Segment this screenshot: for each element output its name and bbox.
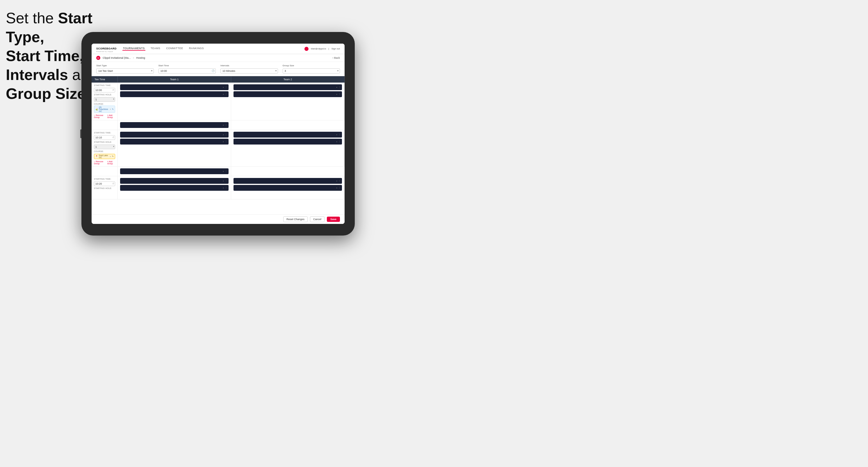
breadcrumb-section[interactable]: Hosting — [136, 56, 145, 59]
starting-hole-select-2[interactable]: 1 — [94, 145, 115, 149]
slot-dots-icon: ⋮ — [225, 141, 227, 143]
intervals-select-wrapper: 10 Minutes — [220, 68, 278, 73]
back-button[interactable]: Back — [332, 56, 340, 59]
starting-time-input-wrap-2 — [94, 134, 115, 140]
nav-links: TOURNAMENTS TEAMS COMMITTEE RANKINGS — [122, 47, 205, 51]
starting-time-input-2[interactable] — [94, 135, 115, 140]
cancel-button[interactable]: Cancel — [310, 216, 324, 222]
add-group-link-2[interactable]: + Add Group — [107, 160, 115, 164]
starting-time-input-3[interactable] — [94, 182, 115, 186]
slot-dots-icon: ⋮ — [339, 93, 341, 95]
user-email: blair@clippd.io — [311, 48, 326, 50]
table-body: STARTING TIME: STARTING HOLE: 1 COURSE: … — [92, 83, 345, 214]
slot-dots-icon: ⋮ — [225, 180, 227, 182]
slot-x-icon[interactable]: × — [223, 187, 224, 189]
course-tag-1: ⛳ (A) Peachtree GC × ✎ — [94, 105, 115, 113]
player-slot: × ⋮ — [120, 132, 228, 137]
start-time-input-wrapper — [158, 68, 216, 73]
intervals-select[interactable]: 10 Minutes — [220, 68, 278, 73]
group-size-input[interactable] — [283, 68, 340, 73]
breadcrumb-bar: C Clippd Invitational (Ma... › Hosting B… — [92, 54, 345, 62]
instruction-bold4: Group Size — [6, 85, 86, 102]
nav-committee[interactable]: COMMITTEE — [165, 47, 184, 51]
slot-x-icon[interactable]: × — [336, 86, 337, 88]
starting-hole-label-1: STARTING HOLE: — [94, 94, 115, 96]
slot-x-icon[interactable]: × — [336, 93, 337, 95]
slot-dots-icon: ⋮ — [339, 141, 341, 143]
group-size-label: Group Size — [283, 64, 340, 67]
starting-time-input-wrap-1 — [94, 87, 115, 92]
slot-x-icon[interactable]: × — [223, 86, 224, 88]
starting-time-input-1[interactable] — [94, 88, 115, 92]
slot-x-icon[interactable]: × — [336, 187, 337, 189]
slot-dots-icon: ⋮ — [339, 86, 341, 88]
team1-cell-1: × ⋮ × ⋮ — [118, 83, 231, 120]
starting-hole-wrap-1: 1 — [94, 96, 115, 102]
starting-time-label-2: STARTING TIME: — [94, 132, 115, 134]
pencil-icon-2[interactable]: ✎ — [112, 155, 114, 158]
slot-dots-icon: ⋮ — [339, 133, 341, 136]
player-slot: × ⋮ — [234, 139, 342, 145]
remove-group-link-1[interactable]: ○ Remove Group — [94, 114, 105, 118]
slot-x-icon[interactable]: × — [223, 180, 224, 182]
starting-hole-select-1[interactable]: 1 — [94, 97, 115, 102]
slot-x-icon[interactable]: × — [223, 93, 224, 95]
start-time-input[interactable] — [158, 68, 216, 73]
pipe-separator: | — [329, 48, 329, 50]
start-time-label: Start Time — [158, 64, 216, 67]
breadcrumb-tournament[interactable]: Clippd Invitational (Ma... — [103, 56, 131, 59]
logo: SCOREBOARD Powered by clippd — [96, 45, 117, 52]
course-name-2: East Lake GC — [99, 154, 109, 158]
table-header: Tee Time Team 1 Team 2 — [92, 76, 345, 83]
col-team2: Team 2 — [231, 76, 345, 83]
team2-empty-2 — [231, 167, 345, 176]
slot-x-icon[interactable]: × — [336, 134, 337, 136]
slot-x-icon[interactable]: × — [336, 180, 337, 182]
slot-x-icon[interactable]: × — [336, 141, 337, 143]
slot-dots-icon: ⋮ — [225, 170, 227, 173]
map-icon-2: 📍 — [95, 155, 98, 158]
slot-x-icon[interactable]: × — [223, 141, 224, 143]
action-links-1: ○ Remove Group + Add Group — [94, 114, 115, 118]
course-remove-1[interactable]: × — [110, 108, 111, 111]
slot-x-icon[interactable]: × — [223, 170, 224, 173]
sign-out-link[interactable]: Sign out — [332, 48, 340, 50]
pencil-icon-1[interactable]: ✎ — [112, 108, 114, 111]
tee-time-empty-2 — [92, 167, 118, 176]
player-slot: × ⋮ — [234, 132, 342, 137]
player-slot: × ⋮ — [120, 84, 228, 90]
nav-teams[interactable]: TEAMS — [150, 47, 161, 51]
action-links-2: ○ Remove Group + Add Group — [94, 160, 115, 164]
tee-time-cell-2: STARTING TIME: STARTING HOLE: 1 COURSE: … — [92, 130, 118, 166]
table-row: STARTING TIME: STARTING HOLE: × ⋮ × ⋮ — [92, 176, 345, 199]
tablet-side-button — [80, 129, 82, 138]
breadcrumb-icon: C — [96, 56, 100, 60]
team1-cell-3: × ⋮ × ⋮ — [118, 176, 231, 199]
remove-group-link-2[interactable]: ○ Remove Group — [94, 160, 105, 164]
start-type-select-wrapper: 1st Tee Start — [96, 68, 154, 73]
start-type-select[interactable]: 1st Tee Start — [96, 68, 154, 73]
starting-time-label-3: STARTING TIME: — [94, 178, 115, 180]
team1-single-2: × ⋮ — [118, 167, 231, 176]
player-slot: × ⋮ — [120, 122, 228, 128]
slot-x-icon[interactable]: × — [223, 134, 224, 136]
course-tag-2: 📍 East Lake GC × ✎ — [94, 154, 115, 159]
breadcrumb-separator: › — [133, 56, 134, 59]
table-row: × ⋮ — [92, 167, 345, 176]
add-group-link-1[interactable]: + Add Group — [107, 114, 115, 118]
slot-x-icon[interactable]: × — [223, 124, 224, 126]
reset-changes-button[interactable]: Reset Changes — [283, 216, 308, 222]
nav-tournaments[interactable]: TOURNAMENTS — [122, 47, 145, 51]
slot-dots-icon: ⋮ — [225, 133, 227, 136]
start-type-label: Start Type — [96, 64, 154, 67]
group-size-group: Group Size — [283, 64, 340, 73]
course-remove-2[interactable]: × — [110, 155, 111, 158]
save-button[interactable]: Save — [327, 217, 340, 222]
intervals-label: Intervals — [220, 64, 278, 67]
logo-text: SCOREBOARD Powered by clippd — [96, 47, 117, 52]
nav-rankings[interactable]: RANKINGS — [188, 47, 205, 51]
player-slot: × ⋮ — [120, 168, 228, 174]
team2-cell-2: × ⋮ × ⋮ — [231, 130, 345, 166]
settings-row: Start Type 1st Tee Start Start Time Inte… — [92, 62, 345, 76]
nav-bar: SCOREBOARD Powered by clippd TOURNAMENTS… — [92, 43, 345, 54]
